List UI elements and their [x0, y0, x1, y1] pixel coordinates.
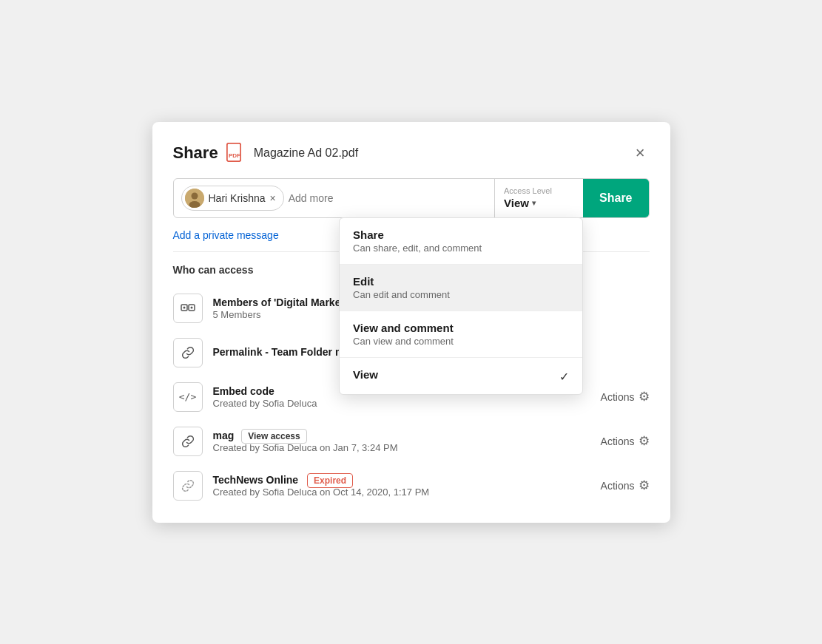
svg-point-8: [183, 306, 185, 308]
actions-button[interactable]: Actions ⚙: [601, 478, 650, 493]
link-icon: [173, 427, 203, 456]
access-item-title: mag View access: [213, 430, 590, 441]
dropdown-edit-title: Edit: [353, 275, 450, 288]
title-group: Share PDF Magazine Ad 02.pdf: [173, 143, 359, 163]
gear-icon: ⚙: [639, 478, 650, 493]
modal-title: Share: [173, 143, 218, 163]
access-item-sub: Created by Sofia Deluca: [213, 398, 590, 409]
access-item-title: TechNews Online Expired: [213, 474, 590, 486]
chevron-down-icon: ▾: [532, 199, 536, 207]
list-item: mag View access Created by Sofia Deluca …: [173, 419, 650, 464]
dropdown-view-comment-sub: Can view and comment: [353, 336, 454, 347]
dropdown-view-title: View: [353, 368, 378, 381]
recipients-area: Hari Krishna ×: [174, 179, 495, 217]
dropdown-view-comment-title: View and comment: [353, 322, 454, 334]
access-level-dropdown: Share Can share, edit, and comment Edit …: [339, 217, 583, 395]
close-button[interactable]: ×: [631, 143, 650, 163]
file-name: Magazine Ad 02.pdf: [254, 146, 358, 160]
private-message-link[interactable]: Add a private message: [173, 229, 279, 241]
avatar: [185, 189, 204, 208]
dropdown-item-edit[interactable]: Edit Can edit and comment: [340, 265, 582, 311]
recipient-name: Hari Krishna: [209, 192, 266, 204]
embed-icon: </>: [173, 382, 203, 412]
dropdown-edit-sub: Can edit and comment: [353, 289, 450, 300]
share-modal: Share PDF Magazine Ad 02.pdf ×: [152, 122, 670, 523]
access-level-label: Access Level: [504, 186, 574, 195]
dropdown-share-title: Share: [353, 228, 482, 241]
list-item: TechNews Online Expired Created by Sofia…: [173, 464, 650, 508]
pdf-icon: PDF: [226, 143, 246, 163]
link-icon: [173, 338, 203, 367]
team-icon: [173, 294, 203, 323]
actions-button[interactable]: Actions ⚙: [601, 389, 650, 404]
modal-header: Share PDF Magazine Ad 02.pdf ×: [173, 143, 650, 163]
dropdown-share-sub: Can share, edit, and comment: [353, 243, 482, 254]
selected-check-icon: ✓: [559, 370, 569, 384]
remove-recipient-button[interactable]: ×: [270, 193, 276, 203]
access-level-dropdown-trigger[interactable]: Access Level View ▾ Share Can share, edi…: [494, 179, 583, 217]
access-item-info: mag View access Created by Sofia Deluca …: [213, 430, 590, 453]
svg-point-9: [190, 306, 192, 308]
expired-badge: Expired: [307, 473, 353, 488]
access-level-value: View ▾: [504, 197, 574, 209]
gear-icon: ⚙: [639, 389, 650, 404]
dropdown-item-view[interactable]: View ✓: [340, 358, 582, 394]
dropdown-item-view-comment[interactable]: View and comment Can view and comment: [340, 311, 582, 357]
svg-point-4: [191, 192, 198, 199]
link-broken-icon: [173, 471, 203, 501]
svg-text:PDF: PDF: [229, 152, 240, 159]
share-input-row: Hari Krishna × Access Level View ▾ Share…: [173, 178, 650, 218]
gear-icon: ⚙: [639, 433, 650, 449]
access-item-sub: Created by Sofia Deluca on Jan 7, 3:24 P…: [213, 442, 590, 453]
share-button[interactable]: Share: [583, 179, 648, 217]
actions-button[interactable]: Actions ⚙: [601, 433, 650, 449]
access-item-info: TechNews Online Expired Created by Sofia…: [213, 474, 590, 498]
dropdown-item-share[interactable]: Share Can share, edit, and comment: [340, 218, 582, 264]
recipient-chip: Hari Krishna ×: [181, 186, 284, 211]
view-access-badge: View access: [241, 429, 307, 444]
add-more-input[interactable]: [289, 192, 418, 204]
access-item-sub: Created by Sofia Deluca on Oct 14, 2020,…: [213, 487, 590, 498]
